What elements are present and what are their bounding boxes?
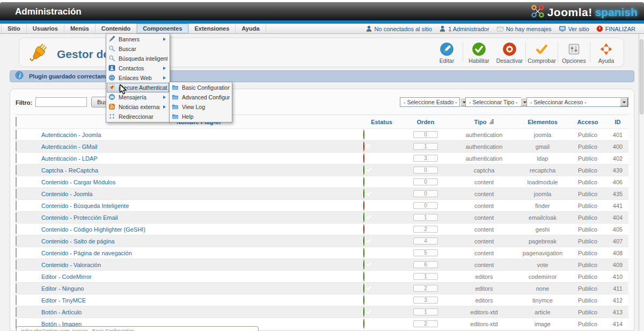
submenu-item-advanced-configuration[interactable]: Advanced Configuration: [170, 92, 231, 102]
row-checkbox[interactable]: [16, 307, 17, 317]
menubar-item-ayuda[interactable]: Ayuda: [236, 24, 266, 33]
orden-input[interactable]: [413, 285, 438, 292]
plugin-name-link[interactable]: Contenido - Protección Email: [34, 214, 363, 221]
menubar-item-extensiones[interactable]: Extensiones: [189, 24, 236, 33]
menubar-item-sitio[interactable]: Sitio: [1, 24, 27, 33]
column-header-acceso[interactable]: Acceso: [568, 119, 607, 125]
orden-input[interactable]: [413, 190, 438, 197]
plugin-name-link[interactable]: Autenticación - GMail: [34, 143, 363, 150]
menubar-item-componentes[interactable]: Componentes: [137, 24, 188, 33]
menu-item-enlaces-web[interactable]: Enlaces Web: [107, 73, 169, 83]
row-checkbox[interactable]: [16, 236, 17, 246]
plugin-name-link[interactable]: Editor - TinyMCE: [34, 297, 363, 304]
scrollbar-thumb[interactable]: [640, 39, 643, 114]
status-disabled-icon[interactable]: [363, 224, 364, 234]
row-checkbox[interactable]: [16, 189, 17, 199]
orden-input[interactable]: [413, 214, 438, 221]
orden-input[interactable]: [413, 297, 438, 304]
row-checkbox[interactable]: [16, 248, 17, 258]
orden-input[interactable]: [413, 143, 438, 150]
status-enabled-icon[interactable]: [363, 189, 364, 199]
toolbar-button-edit[interactable]: Editar: [431, 40, 462, 64]
select-all-checkbox[interactable]: [16, 117, 17, 127]
row-checkbox[interactable]: [16, 153, 17, 163]
toolbar-button-help[interactable]: Ayuda: [591, 40, 621, 64]
status-item[interactable]: No hay mensajes: [496, 25, 552, 32]
submenu-item-view-log[interactable]: View Log: [170, 102, 231, 112]
status-enabled-icon[interactable]: [363, 271, 364, 282]
estado-select[interactable]: - Seleccione Estado -: [400, 97, 460, 107]
plugin-name-link[interactable]: Autenticación - Joomla: [34, 132, 363, 138]
menu-item-busqueda-inteligente[interactable]: Búsqueda inteligente: [107, 54, 169, 63]
orden-input[interactable]: [413, 238, 438, 244]
status-enabled-icon[interactable]: [363, 177, 364, 187]
plugin-name-link[interactable]: Botón - Artículo: [34, 309, 363, 315]
menubar-item-usuarios[interactable]: Usuarios: [27, 24, 64, 33]
status-enabled-icon[interactable]: [363, 165, 364, 175]
plugin-name-link[interactable]: Contenido - Código Highlighter (GeSHI): [34, 226, 363, 233]
status-item[interactable]: 1 Administrador: [439, 25, 489, 32]
status-enabled-icon[interactable]: [363, 319, 364, 329]
column-header-tipo[interactable]: Tipo: [451, 119, 517, 125]
orden-input[interactable]: [413, 167, 438, 174]
acceso-select[interactable]: - Seleccionar Acceso -: [526, 97, 628, 107]
plugin-name-link[interactable]: Contenido - Valoración: [34, 262, 363, 268]
plugin-name-link[interactable]: Editor - Ninguno: [34, 285, 363, 292]
menu-item-mensajeria[interactable]: Mensajería: [107, 92, 169, 102]
plugin-name-link[interactable]: Captcha - ReCaptcha: [34, 167, 363, 174]
plugin-name-link[interactable]: Contenido - Cargar Módulos: [34, 179, 363, 185]
tipo-select[interactable]: - Seleccionar Tipo -: [465, 97, 521, 107]
plugin-name-link[interactable]: Contenido - Búsqueda Inteligente: [34, 203, 363, 209]
menu-item-contactos[interactable]: Contactos: [107, 63, 169, 73]
orden-input[interactable]: [413, 202, 438, 209]
orden-input[interactable]: [413, 155, 438, 162]
toolbar-button-enable[interactable]: Habilitar: [464, 40, 494, 64]
filter-input[interactable]: [35, 97, 87, 107]
row-checkbox[interactable]: [16, 212, 17, 222]
plugin-name-link[interactable]: Contenido - Página de navegación: [34, 250, 363, 256]
row-checkbox[interactable]: [16, 283, 17, 293]
menu-item-buscar[interactable]: Buscar: [107, 44, 169, 54]
menu-item-noticias-externas[interactable]: Noticias externas: [107, 102, 169, 112]
plugin-name-link[interactable]: Contenido - Joomla: [34, 191, 363, 197]
menu-item-redireccionar[interactable]: Redireccionar: [107, 112, 169, 121]
status-enabled-icon[interactable]: [363, 129, 364, 140]
row-checkbox[interactable]: [16, 200, 17, 211]
status-item[interactable]: Ver sitio: [559, 25, 589, 32]
row-checkbox[interactable]: [16, 260, 17, 270]
menubar-item-contenido[interactable]: Contenido: [96, 24, 137, 33]
status-enabled-icon[interactable]: [363, 295, 364, 305]
row-checkbox[interactable]: [16, 141, 17, 152]
orden-input[interactable]: [413, 226, 438, 233]
plugin-name-link[interactable]: Autenticación - LDAP: [34, 155, 363, 162]
status-disabled-icon[interactable]: [363, 200, 364, 211]
column-header-estatus[interactable]: Estatus: [363, 119, 400, 125]
menu-item-banners[interactable]: Banners: [107, 34, 169, 44]
row-checkbox[interactable]: [16, 129, 17, 140]
plugin-name-link[interactable]: Editor - CodeMirror: [34, 274, 363, 280]
plugin-name-link[interactable]: Contenido - Salto de página: [34, 238, 363, 244]
status-disabled-icon[interactable]: [363, 153, 364, 163]
row-checkbox[interactable]: [16, 177, 17, 187]
status-enabled-icon[interactable]: [363, 283, 364, 293]
orden-input[interactable]: [413, 249, 438, 256]
column-header-orden[interactable]: Orden: [400, 119, 451, 125]
status-disabled-icon[interactable]: [363, 141, 364, 152]
row-checkbox[interactable]: [16, 224, 17, 234]
status-item[interactable]: FINALIZAR: [596, 25, 635, 32]
vertical-scrollbar[interactable]: [639, 34, 644, 331]
orden-input[interactable]: [413, 261, 438, 268]
toolbar-button-options[interactable]: Opciones: [559, 40, 589, 64]
row-checkbox[interactable]: [16, 165, 17, 175]
status-enabled-icon[interactable]: [363, 260, 364, 270]
status-enabled-icon[interactable]: [363, 248, 364, 258]
status-enabled-icon[interactable]: [363, 212, 364, 222]
orden-input[interactable]: [413, 320, 438, 327]
toolbar-button-checkin[interactable]: Comprobar: [526, 40, 557, 64]
column-header-id[interactable]: ID: [607, 119, 628, 125]
toolbar-button-disable[interactable]: Desactivar: [494, 40, 525, 64]
orden-input[interactable]: [413, 178, 438, 185]
column-header-elementos[interactable]: Elementos: [517, 119, 568, 125]
orden-input[interactable]: [413, 273, 438, 280]
status-enabled-icon[interactable]: [363, 307, 364, 317]
